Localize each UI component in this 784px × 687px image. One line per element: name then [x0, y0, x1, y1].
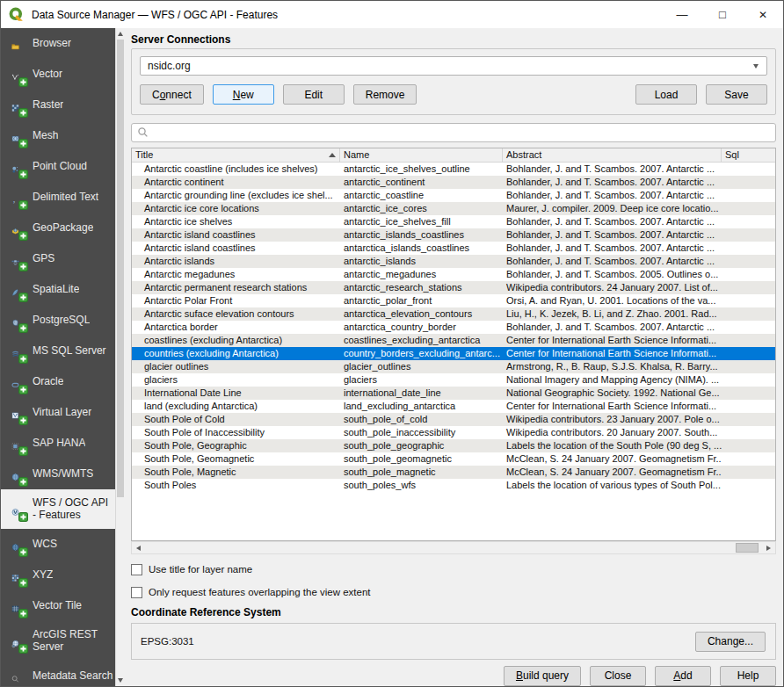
scroll-left-icon[interactable] [132, 542, 145, 553]
table-row[interactable]: Antarctic coastline (includes ice shelve… [132, 163, 775, 176]
sidebar-item-metadata-search[interactable]: Metadata Search [1, 661, 115, 686]
cell-sql [722, 215, 775, 228]
sidebar-item-mesh[interactable]: Mesh [1, 120, 115, 151]
cell-title: Antarctic megadunes [132, 268, 340, 281]
table-row[interactable]: Antarctic ice core locationsantarctic_ic… [132, 202, 775, 215]
load-button[interactable]: Load [635, 84, 697, 105]
cell-abstract: Labels the location of the South Pole (9… [503, 439, 722, 452]
cell-title: South Pole of Inaccessibility [132, 426, 340, 439]
table-row[interactable]: South Pole, Geomagneticsouth_pole_geomag… [132, 452, 775, 466]
column-header-name[interactable]: Name [340, 148, 503, 162]
sidebar-item-delimited-text[interactable]: ,Delimited Text [1, 182, 115, 213]
sidebar-scrollbar[interactable] [115, 28, 125, 686]
sidebar-item-spatialite[interactable]: SpatiaLite [1, 274, 115, 305]
table-row[interactable]: Antarctic megadunesantarctic_megadunesBo… [132, 268, 775, 281]
sidebar-scroll-thumb[interactable] [117, 40, 124, 497]
column-header-abstract[interactable]: Abstract [503, 148, 722, 162]
use-title-checkbox[interactable]: Use title for layer name [131, 563, 776, 575]
help-button[interactable]: Help [720, 666, 776, 686]
close-button[interactable]: Close [590, 666, 646, 686]
sidebar-item-vector-tile[interactable]: Vector Tile [1, 590, 115, 621]
virtual-layer-icon [5, 402, 26, 423]
sidebar-item-label: Virtual Layer [33, 407, 91, 419]
checkbox-unchecked-icon[interactable] [131, 564, 142, 575]
crs-heading: Coordinate Reference System [131, 606, 776, 618]
mesh-icon [5, 126, 26, 147]
sidebar-item-virtual-layer[interactable]: Virtual Layer [1, 397, 115, 428]
table-row[interactable]: glaciersglaciersNational Imagery and Map… [132, 373, 775, 387]
table-row[interactable]: South Pole of Coldsouth_pole_of_coldWiki… [132, 413, 775, 426]
sidebar-item-ms-sql-server[interactable]: MS SQL Server [1, 336, 115, 366]
sidebar-item-arcgis-rest-server[interactable]: ArcGIS REST Server [1, 621, 115, 661]
save-button[interactable]: Save [706, 84, 767, 105]
sidebar-item-gps[interactable]: GPS [1, 243, 115, 274]
table-row[interactable]: land (excluding Antarctica)land_excludin… [132, 400, 775, 413]
cell-name: antarctic_islands_coastlines [340, 228, 503, 242]
sidebar-item-postgresql[interactable]: PostgreSQL [1, 305, 115, 336]
edit-button[interactable]: Edit [283, 84, 345, 105]
table-row[interactable]: Antarctic islandsantarctic_islandsBohlan… [132, 255, 775, 268]
scroll-down-icon[interactable] [116, 675, 125, 686]
hscroll-track[interactable] [145, 542, 762, 553]
sidebar-item-oracle[interactable]: Oracle [1, 366, 115, 397]
table-row[interactable]: Antarctica borderantarctica_country_bord… [132, 321, 775, 334]
sidebar-item-sap-hana[interactable]: SAP HANA [1, 428, 115, 459]
cell-sql [722, 439, 775, 452]
table-row[interactable]: International Date Lineinternational_dat… [132, 387, 775, 400]
column-header-sql[interactable]: Sql [722, 148, 775, 162]
cell-title: land (excluding Antarctica) [132, 400, 340, 413]
sidebar-item-wcs[interactable]: WCS [1, 529, 115, 560]
table-row[interactable]: South Pole, Magneticsouth_pole_magneticM… [132, 466, 775, 479]
cell-sql [722, 466, 775, 479]
table-row[interactable]: countries (excluding Antarctica)country_… [132, 347, 775, 360]
sidebar-item-vector[interactable]: Vector [1, 59, 115, 90]
only-request-features-checkbox[interactable]: Only request features overlapping the vi… [131, 586, 776, 598]
sidebar-item-raster[interactable]: Raster [1, 90, 115, 120]
sidebar-item-geopackage[interactable]: GeoPackage [1, 213, 115, 243]
sidebar-item-wms-wmts[interactable]: WMS/WMTS [1, 459, 115, 489]
sidebar-item-wfs-ogc-api-features[interactable]: WFS / OGC API - Features [1, 489, 115, 529]
maximize-icon[interactable]: □ [702, 1, 743, 28]
table-row[interactable]: South Pole of Inaccessibilitysouth_pole_… [132, 426, 775, 439]
wfs-panel: Server Connections nsidc.org ConnectNewE… [125, 28, 783, 686]
table-row[interactable]: South Polessouth_poles_wfsLabels the loc… [132, 479, 775, 492]
table-row[interactable]: Antarctic ice shelvesantarctic_ice_shelv… [132, 215, 775, 228]
search-input[interactable] [153, 127, 770, 139]
table-row[interactable]: Antarctic Polar Frontantarctic_polar_fro… [132, 294, 775, 307]
scroll-right-icon[interactable] [762, 542, 775, 553]
change-crs-button[interactable]: Change... [695, 632, 766, 652]
table-row[interactable]: glacier outlinesglacier_outlinesArmstron… [132, 360, 775, 373]
filter-searchbox[interactable] [131, 123, 776, 142]
cell-abstract: National Geographic Society. 1992. Natio… [503, 387, 722, 400]
connect-button[interactable]: Connect [140, 84, 204, 105]
minimize-icon[interactable]: — [662, 1, 702, 28]
table-row[interactable]: Antarctic permanent research stationsant… [132, 281, 775, 294]
table-row[interactable]: Antarctic island coastlinesantarctic_isl… [132, 228, 775, 242]
sidebar-scroll-track[interactable] [116, 40, 125, 675]
table-horizontal-scrollbar[interactable] [131, 541, 776, 554]
gps-icon [5, 249, 26, 270]
build-query-button[interactable]: Build query [504, 666, 581, 686]
connection-combobox[interactable]: nsidc.org [140, 56, 767, 76]
table-row[interactable]: coastlines (excluding Antarctica)coastli… [132, 334, 775, 347]
column-header-title[interactable]: Title [132, 148, 340, 162]
table-row[interactable]: Antarctic grounding line (excludes ice s… [132, 189, 775, 202]
table-row[interactable]: Antarctic suface elevation contoursantar… [132, 307, 775, 321]
table-row[interactable]: Antarctic continentantarctic_continentBo… [132, 176, 775, 189]
hscroll-thumb[interactable] [736, 543, 759, 553]
checkbox-unchecked-icon[interactable] [131, 587, 142, 598]
remove-button[interactable]: Remove [353, 84, 417, 105]
table-row[interactable]: Antarctic island coastlinesantarctica_is… [132, 242, 775, 255]
cell-abstract: Bohlander, J. and T. Scambos. 2007. Anta… [503, 176, 722, 189]
close-icon[interactable]: ✕ [743, 1, 783, 28]
sidebar-item-browser[interactable]: Browser [1, 28, 115, 59]
sap-hana-icon [5, 433, 26, 454]
add-button[interactable]: Add [655, 666, 711, 686]
scroll-up-icon[interactable] [116, 28, 125, 40]
source-type-sidebar: BrowserVectorRasterMeshPoint Cloud,Delim… [1, 28, 125, 686]
sidebar-list: BrowserVectorRasterMeshPoint Cloud,Delim… [1, 28, 115, 686]
sidebar-item-point-cloud[interactable]: Point Cloud [1, 151, 115, 182]
table-row[interactable]: South Pole, Geographicsouth_pole_geograp… [132, 439, 775, 452]
new-button[interactable]: New [213, 84, 274, 105]
sidebar-item-xyz[interactable]: XYZ [1, 560, 115, 590]
